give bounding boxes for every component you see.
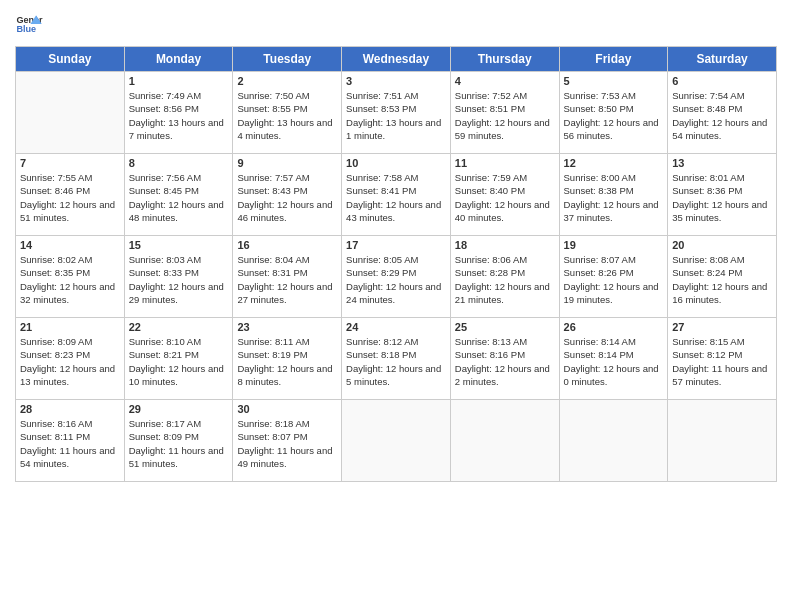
- day-info: Sunrise: 7:57 AMSunset: 8:43 PMDaylight:…: [237, 171, 337, 224]
- daylight: Daylight: 13 hours and 7 minutes.: [129, 117, 224, 141]
- sunset: Sunset: 8:46 PM: [20, 185, 90, 196]
- calendar-cell: 10Sunrise: 7:58 AMSunset: 8:41 PMDayligh…: [342, 154, 451, 236]
- sunrise: Sunrise: 8:14 AM: [564, 336, 636, 347]
- day-number: 15: [129, 239, 229, 251]
- daylight: Daylight: 12 hours and 27 minutes.: [237, 281, 332, 305]
- sunset: Sunset: 8:48 PM: [672, 103, 742, 114]
- sunrise: Sunrise: 7:59 AM: [455, 172, 527, 183]
- sunrise: Sunrise: 8:06 AM: [455, 254, 527, 265]
- daylight: Daylight: 11 hours and 49 minutes.: [237, 445, 332, 469]
- calendar-week-row: 28Sunrise: 8:16 AMSunset: 8:11 PMDayligh…: [16, 400, 777, 482]
- day-number: 5: [564, 75, 664, 87]
- calendar-cell: 12Sunrise: 8:00 AMSunset: 8:38 PMDayligh…: [559, 154, 668, 236]
- day-number: 2: [237, 75, 337, 87]
- day-info: Sunrise: 8:12 AMSunset: 8:18 PMDaylight:…: [346, 335, 446, 388]
- calendar-week-row: 21Sunrise: 8:09 AMSunset: 8:23 PMDayligh…: [16, 318, 777, 400]
- sunrise: Sunrise: 8:15 AM: [672, 336, 744, 347]
- day-info: Sunrise: 8:10 AMSunset: 8:21 PMDaylight:…: [129, 335, 229, 388]
- daylight: Daylight: 12 hours and 10 minutes.: [129, 363, 224, 387]
- calendar-cell: 7Sunrise: 7:55 AMSunset: 8:46 PMDaylight…: [16, 154, 125, 236]
- weekday-header: Friday: [559, 47, 668, 72]
- day-info: Sunrise: 8:15 AMSunset: 8:12 PMDaylight:…: [672, 335, 772, 388]
- day-info: Sunrise: 8:14 AMSunset: 8:14 PMDaylight:…: [564, 335, 664, 388]
- calendar-week-row: 7Sunrise: 7:55 AMSunset: 8:46 PMDaylight…: [16, 154, 777, 236]
- sunset: Sunset: 8:38 PM: [564, 185, 634, 196]
- calendar-table: SundayMondayTuesdayWednesdayThursdayFrid…: [15, 46, 777, 482]
- day-number: 8: [129, 157, 229, 169]
- sunrise: Sunrise: 7:56 AM: [129, 172, 201, 183]
- day-info: Sunrise: 8:18 AMSunset: 8:07 PMDaylight:…: [237, 417, 337, 470]
- daylight: Daylight: 12 hours and 32 minutes.: [20, 281, 115, 305]
- calendar-cell: 19Sunrise: 8:07 AMSunset: 8:26 PMDayligh…: [559, 236, 668, 318]
- calendar-cell: 14Sunrise: 8:02 AMSunset: 8:35 PMDayligh…: [16, 236, 125, 318]
- daylight: Daylight: 12 hours and 37 minutes.: [564, 199, 659, 223]
- day-number: 22: [129, 321, 229, 333]
- sunset: Sunset: 8:09 PM: [129, 431, 199, 442]
- sunrise: Sunrise: 7:53 AM: [564, 90, 636, 101]
- day-info: Sunrise: 8:01 AMSunset: 8:36 PMDaylight:…: [672, 171, 772, 224]
- daylight: Daylight: 13 hours and 4 minutes.: [237, 117, 332, 141]
- sunrise: Sunrise: 8:03 AM: [129, 254, 201, 265]
- day-number: 24: [346, 321, 446, 333]
- calendar-cell: 9Sunrise: 7:57 AMSunset: 8:43 PMDaylight…: [233, 154, 342, 236]
- sunset: Sunset: 8:23 PM: [20, 349, 90, 360]
- day-info: Sunrise: 8:05 AMSunset: 8:29 PMDaylight:…: [346, 253, 446, 306]
- day-number: 28: [20, 403, 120, 415]
- calendar-cell: 3Sunrise: 7:51 AMSunset: 8:53 PMDaylight…: [342, 72, 451, 154]
- sunset: Sunset: 8:35 PM: [20, 267, 90, 278]
- sunset: Sunset: 8:50 PM: [564, 103, 634, 114]
- daylight: Daylight: 11 hours and 57 minutes.: [672, 363, 767, 387]
- day-info: Sunrise: 7:59 AMSunset: 8:40 PMDaylight:…: [455, 171, 555, 224]
- day-number: 20: [672, 239, 772, 251]
- day-number: 27: [672, 321, 772, 333]
- calendar-week-row: 1Sunrise: 7:49 AMSunset: 8:56 PMDaylight…: [16, 72, 777, 154]
- weekday-header: Monday: [124, 47, 233, 72]
- day-number: 9: [237, 157, 337, 169]
- sunset: Sunset: 8:40 PM: [455, 185, 525, 196]
- day-number: 14: [20, 239, 120, 251]
- day-number: 3: [346, 75, 446, 87]
- day-info: Sunrise: 7:49 AMSunset: 8:56 PMDaylight:…: [129, 89, 229, 142]
- sunset: Sunset: 8:45 PM: [129, 185, 199, 196]
- sunset: Sunset: 8:16 PM: [455, 349, 525, 360]
- day-info: Sunrise: 8:13 AMSunset: 8:16 PMDaylight:…: [455, 335, 555, 388]
- sunset: Sunset: 8:28 PM: [455, 267, 525, 278]
- daylight: Daylight: 11 hours and 51 minutes.: [129, 445, 224, 469]
- day-number: 1: [129, 75, 229, 87]
- calendar-cell: 11Sunrise: 7:59 AMSunset: 8:40 PMDayligh…: [450, 154, 559, 236]
- sunset: Sunset: 8:19 PM: [237, 349, 307, 360]
- sunrise: Sunrise: 8:11 AM: [237, 336, 309, 347]
- calendar-cell: 6Sunrise: 7:54 AMSunset: 8:48 PMDaylight…: [668, 72, 777, 154]
- daylight: Daylight: 12 hours and 24 minutes.: [346, 281, 441, 305]
- calendar-cell: 24Sunrise: 8:12 AMSunset: 8:18 PMDayligh…: [342, 318, 451, 400]
- day-info: Sunrise: 8:06 AMSunset: 8:28 PMDaylight:…: [455, 253, 555, 306]
- sunrise: Sunrise: 8:08 AM: [672, 254, 744, 265]
- sunrise: Sunrise: 7:57 AM: [237, 172, 309, 183]
- sunset: Sunset: 8:41 PM: [346, 185, 416, 196]
- calendar-cell: 30Sunrise: 8:18 AMSunset: 8:07 PMDayligh…: [233, 400, 342, 482]
- calendar-cell: 20Sunrise: 8:08 AMSunset: 8:24 PMDayligh…: [668, 236, 777, 318]
- sunset: Sunset: 8:24 PM: [672, 267, 742, 278]
- calendar-page: General Blue SundayMondayTuesdayWednesda…: [0, 0, 792, 612]
- day-number: 10: [346, 157, 446, 169]
- sunset: Sunset: 8:18 PM: [346, 349, 416, 360]
- sunrise: Sunrise: 7:51 AM: [346, 90, 418, 101]
- daylight: Daylight: 12 hours and 54 minutes.: [672, 117, 767, 141]
- sunset: Sunset: 8:53 PM: [346, 103, 416, 114]
- sunset: Sunset: 8:29 PM: [346, 267, 416, 278]
- day-info: Sunrise: 8:11 AMSunset: 8:19 PMDaylight:…: [237, 335, 337, 388]
- sunrise: Sunrise: 8:00 AM: [564, 172, 636, 183]
- calendar-cell: 21Sunrise: 8:09 AMSunset: 8:23 PMDayligh…: [16, 318, 125, 400]
- daylight: Daylight: 12 hours and 43 minutes.: [346, 199, 441, 223]
- calendar-week-row: 14Sunrise: 8:02 AMSunset: 8:35 PMDayligh…: [16, 236, 777, 318]
- calendar-cell: [559, 400, 668, 482]
- sunrise: Sunrise: 8:16 AM: [20, 418, 92, 429]
- day-number: 7: [20, 157, 120, 169]
- daylight: Daylight: 12 hours and 21 minutes.: [455, 281, 550, 305]
- day-info: Sunrise: 8:04 AMSunset: 8:31 PMDaylight:…: [237, 253, 337, 306]
- weekday-header: Thursday: [450, 47, 559, 72]
- calendar-cell: 22Sunrise: 8:10 AMSunset: 8:21 PMDayligh…: [124, 318, 233, 400]
- logo: General Blue: [15, 10, 43, 38]
- sunrise: Sunrise: 8:01 AM: [672, 172, 744, 183]
- daylight: Daylight: 11 hours and 54 minutes.: [20, 445, 115, 469]
